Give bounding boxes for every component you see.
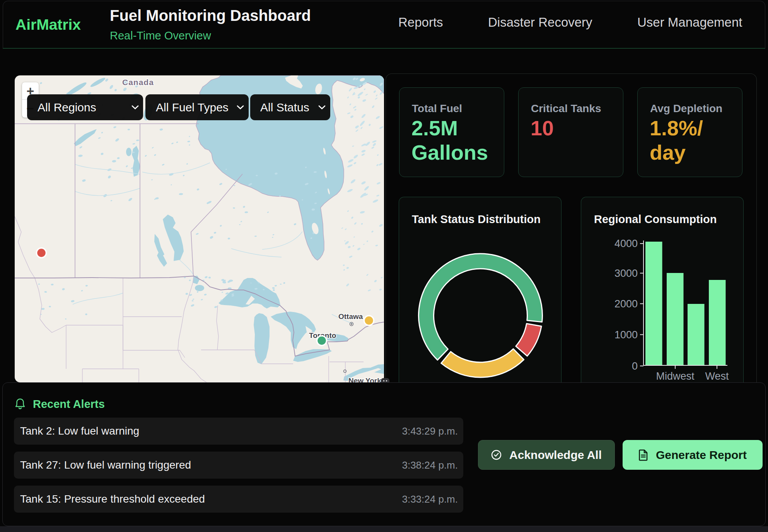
- svg-text:0: 0: [632, 360, 638, 372]
- svg-text:New York: New York: [348, 377, 381, 382]
- svg-text:West: West: [705, 370, 729, 382]
- svg-text:2000: 2000: [614, 298, 638, 310]
- svg-text:Canada: Canada: [122, 78, 154, 87]
- svg-text:1000: 1000: [614, 329, 638, 341]
- svg-text:4000: 4000: [614, 238, 638, 249]
- svg-text:Midwest: Midwest: [656, 370, 695, 382]
- svg-text:Ottawa: Ottawa: [338, 312, 363, 321]
- svg-text:3000: 3000: [614, 268, 638, 279]
